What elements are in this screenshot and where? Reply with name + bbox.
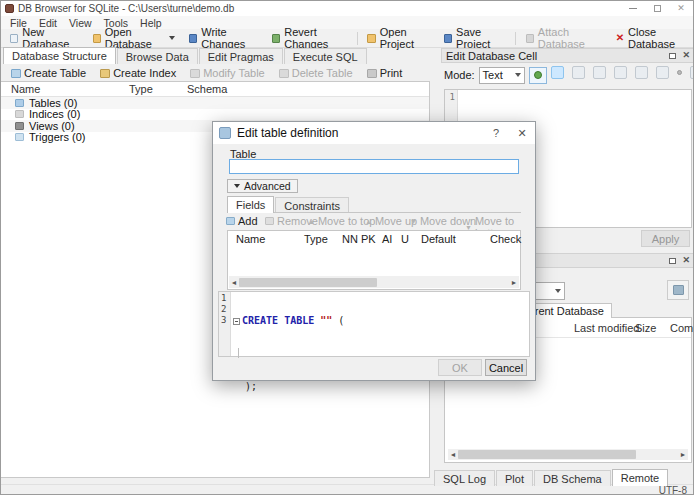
fold-guide-line <box>238 348 239 358</box>
column-u[interactable]: U <box>401 233 409 245</box>
column-pk[interactable]: PK <box>361 233 376 245</box>
toolbar-separator <box>515 32 516 45</box>
tab-browse-data[interactable]: Browse Data <box>117 48 198 64</box>
minimize-icon <box>629 8 637 9</box>
mode-label: Mode: <box>444 69 475 81</box>
chevron-down-icon <box>234 184 240 188</box>
close-database-icon: ✕ <box>616 33 624 43</box>
tree-column-type[interactable]: Type <box>129 83 153 95</box>
tab-constraints[interactable]: Constraints <box>275 197 349 213</box>
float-panel-icon[interactable] <box>669 53 676 59</box>
dialog-close-button[interactable]: ✕ <box>509 122 535 144</box>
open-database-dropdown-icon[interactable] <box>169 36 175 40</box>
tab-edit-pragmas[interactable]: Edit Pragmas <box>199 48 283 64</box>
word-wrap-icon[interactable] <box>572 66 585 79</box>
column-default[interactable]: Default <box>421 233 456 245</box>
save-project-icon <box>444 34 452 43</box>
revert-changes-icon <box>272 34 280 43</box>
chevron-down-icon <box>515 73 521 77</box>
tab-db-schema[interactable]: DB Schema <box>534 470 611 486</box>
export-file-icon[interactable] <box>614 66 627 79</box>
ok-button[interactable]: OK <box>438 359 482 376</box>
text-mode-icon[interactable] <box>551 66 564 79</box>
cell-mode-bar: Mode: Text <box>444 65 692 85</box>
sql-preview: 1 2 3 CREATE TABLE "" ( ); <box>218 291 530 357</box>
column-size[interactable]: Size <box>635 322 656 334</box>
print-cell-icon[interactable] <box>690 66 694 79</box>
tree-item-tables[interactable]: Tables (0) <box>1 97 429 109</box>
main-toolbar: New Database Open Database Write Changes… <box>1 29 694 48</box>
mode-select[interactable]: Text <box>479 67 525 84</box>
separator-dot-icon <box>677 70 682 75</box>
scroll-right-icon[interactable]: ► <box>509 277 519 288</box>
scrollbar-thumb[interactable] <box>458 450 636 459</box>
maximize-button[interactable] <box>645 1 669 16</box>
app-window: DB Browser for SQLite - C:\Users\turne\d… <box>0 0 694 495</box>
close-panel-icon[interactable]: ✕ <box>682 256 690 265</box>
tab-fields[interactable]: Fields <box>227 196 274 213</box>
attach-database-button[interactable]: Attach Database <box>519 30 609 47</box>
tree-column-name[interactable]: Name <box>11 83 40 95</box>
scroll-left-icon[interactable]: ◄ <box>448 449 458 460</box>
delete-table-icon <box>279 69 289 78</box>
remote-table-hscrollbar[interactable]: ◄ ► <box>448 449 688 460</box>
print-icon <box>367 69 377 78</box>
column-check[interactable]: Check <box>490 233 521 245</box>
minimize-button[interactable] <box>621 1 645 16</box>
open-project-icon <box>367 34 375 43</box>
copy-cell-icon[interactable] <box>656 66 669 79</box>
auto-format-button[interactable] <box>529 67 547 84</box>
fields-table-hscrollbar[interactable]: ◄ ► <box>229 276 519 288</box>
table-name-input[interactable] <box>229 159 519 174</box>
add-field-button[interactable]: Add <box>226 215 258 227</box>
tree-header: Name Type Schema <box>1 82 429 97</box>
remove-field-icon <box>265 217 274 225</box>
create-index-button[interactable]: Create Index <box>93 66 183 80</box>
column-type[interactable]: Type <box>304 233 328 245</box>
tree-item-indices[interactable]: Indices (0) <box>1 109 429 121</box>
fields-table: Name Type NN PK AI U Default Check ◄ ► <box>227 230 521 290</box>
scroll-left-icon[interactable]: ◄ <box>229 277 239 288</box>
scroll-right-icon[interactable]: ► <box>678 449 688 460</box>
close-panel-icon[interactable]: ✕ <box>682 51 690 60</box>
column-commit[interactable]: Commit <box>670 322 694 334</box>
print-button[interactable]: Print <box>360 66 410 80</box>
column-last-modified[interactable]: Last modified <box>574 322 639 334</box>
column-name[interactable]: Name <box>236 233 265 245</box>
fields-toolbar: Add Remove ▲ Move to top ▲ Move up ▼ Mov… <box>213 215 535 228</box>
float-panel-icon[interactable] <box>669 258 676 264</box>
modify-table-button[interactable]: Modify Table <box>183 66 272 80</box>
close-button[interactable]: ✕ <box>669 1 693 16</box>
dbhub-icon <box>673 285 684 295</box>
chevron-down-icon <box>555 289 561 293</box>
toolbar-separator <box>357 32 358 45</box>
advanced-toggle-button[interactable]: Advanced <box>227 179 298 193</box>
revert-changes-button[interactable]: Revert Changes <box>265 30 354 47</box>
tab-database-structure[interactable]: Database Structure <box>3 47 116 64</box>
tab-execute-sql[interactable]: Execute SQL <box>284 48 367 64</box>
column-nn[interactable]: NN <box>342 233 358 245</box>
import-file-icon[interactable] <box>593 66 606 79</box>
column-ai[interactable]: AI <box>382 233 392 245</box>
tab-plot[interactable]: Plot <box>496 470 533 486</box>
dbhub-button[interactable] <box>667 280 689 300</box>
fold-marker-icon[interactable] <box>233 318 240 325</box>
close-database-button[interactable]: ✕ Close Database <box>609 30 694 47</box>
tab-sql-log[interactable]: SQL Log <box>434 470 495 486</box>
triggers-icon <box>15 133 24 141</box>
set-null-icon[interactable] <box>635 66 648 79</box>
modify-table-icon <box>190 69 200 78</box>
delete-table-button[interactable]: Delete Table <box>272 66 360 80</box>
save-project-button[interactable]: Save Project <box>437 30 512 47</box>
scrollbar-thumb[interactable] <box>239 278 377 287</box>
tab-remote[interactable]: Remote <box>612 469 669 486</box>
tree-column-schema[interactable]: Schema <box>187 83 227 95</box>
dialog-help-button[interactable]: ? <box>483 122 509 144</box>
create-table-button[interactable]: Create Table <box>4 66 93 80</box>
cancel-button[interactable]: Cancel <box>485 359 527 376</box>
new-database-button[interactable]: New Database <box>3 30 86 47</box>
open-project-button[interactable]: Open Project <box>360 30 436 47</box>
open-database-button[interactable]: Open Database <box>86 30 182 47</box>
write-changes-button[interactable]: Write Changes <box>182 30 265 47</box>
apply-button[interactable]: Apply <box>641 230 690 247</box>
